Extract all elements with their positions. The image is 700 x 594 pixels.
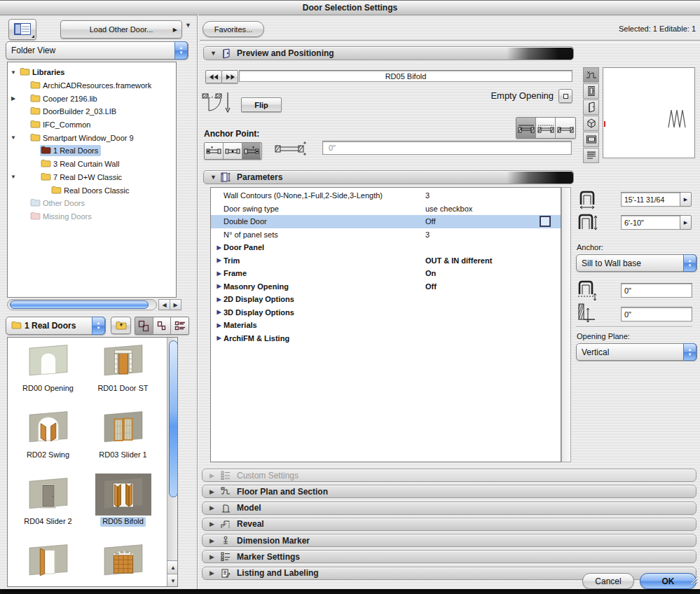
wall-position-option-2[interactable]	[536, 118, 556, 138]
thumbnail-vertical-scrollbar[interactable]	[167, 338, 178, 586]
details-view-button[interactable]	[171, 317, 188, 334]
disclosure-triangle[interactable]: ▶	[211, 309, 224, 315]
scroll-down-button[interactable]: ▼	[167, 574, 178, 587]
thumbnail-item[interactable]: RD00 Opening	[14, 340, 82, 407]
picture-view-icon[interactable]	[583, 132, 599, 147]
plan-view-icon[interactable]	[583, 67, 599, 83]
resize-grip[interactable]	[689, 575, 699, 588]
favorites-button[interactable]: Favorites...	[203, 21, 264, 37]
elevation-view-icon[interactable]	[583, 83, 599, 99]
sill-height-field[interactable]: 0"	[621, 283, 692, 298]
thumbnail-item[interactable]: RD03 Slider 1	[89, 407, 157, 474]
anchor-offset-field[interactable]: 0"	[322, 141, 572, 155]
side-view-icon[interactable]	[583, 99, 599, 115]
next-door-button[interactable]	[221, 70, 238, 83]
wall-position-option-3[interactable]	[556, 118, 575, 138]
parameter-row[interactable]: ▶ Masonry Opening Off	[211, 280, 561, 293]
disclosure-triangle[interactable]: ▶	[211, 296, 224, 303]
scroll-up-button[interactable]: ▲	[167, 560, 178, 574]
disclosure-triangle[interactable]: ▶	[210, 537, 219, 544]
door-height-field[interactable]: 6'-10"	[621, 215, 684, 230]
tree-item[interactable]: ▼ Smartpart Window_Door 9	[8, 131, 176, 144]
tree-item[interactable]: ▶ Cooper 2196.lib	[8, 92, 176, 105]
disclosure-triangle[interactable]: ▼	[210, 50, 220, 57]
empty-opening-toggle[interactable]	[558, 89, 572, 103]
list-view-icon[interactable]	[583, 148, 599, 163]
disclosure-triangle[interactable]: ▶	[211, 244, 224, 251]
section-header[interactable]: ▶ Marker Settings	[202, 550, 696, 563]
parameter-checkbox[interactable]	[540, 216, 551, 227]
disclosure-triangle[interactable]: ▶	[211, 283, 224, 289]
parameter-row[interactable]: Double Door Off	[211, 215, 561, 228]
parameter-row[interactable]: Wall Contours (0-None,1-Full,2-Side,3-Le…	[211, 189, 561, 202]
tree-item[interactable]: IFC_Common	[8, 118, 176, 132]
thumbnail-item[interactable]: RD01 Door ST	[89, 340, 157, 407]
disclosure-triangle[interactable]: ▼	[8, 69, 19, 76]
disclosure-triangle[interactable]: ▼	[210, 174, 220, 181]
disclosure-triangle[interactable]: ▶	[210, 488, 219, 495]
flip-button[interactable]: Flip	[241, 97, 282, 112]
scroll-right-button[interactable]: ▶	[170, 299, 181, 310]
section-header-preview[interactable]: ▼ Preview and Positioning	[203, 46, 574, 60]
current-folder-select[interactable]: 1 Real Doors ▲▼	[6, 317, 106, 335]
disclosure-triangle[interactable]: ▼	[8, 174, 19, 180]
anchor-left-option[interactable]	[205, 143, 224, 159]
door-width-field[interactable]: 15'-11 31/64	[621, 192, 684, 207]
section-header[interactable]: ▶ Custom Settings	[202, 469, 696, 482]
scrollbar-thumb[interactable]	[10, 301, 149, 309]
disclosure-triangle[interactable]: ▶	[210, 553, 219, 560]
tree-item[interactable]: ArchiCADResources.framework	[8, 79, 176, 92]
previous-door-button[interactable]	[205, 70, 222, 83]
tree-item[interactable]: ▼ Libraries	[8, 66, 176, 79]
thumbnail-item[interactable]	[14, 540, 82, 587]
scroll-left-button[interactable]: ◀	[158, 299, 170, 310]
parameter-row[interactable]: ▶ Door Panel	[211, 241, 561, 254]
small-icons-view-button[interactable]	[153, 317, 172, 334]
load-other-door-button[interactable]: Load Other Door... ▶	[60, 20, 182, 39]
height-flyout-button[interactable]: ▶	[680, 215, 692, 230]
disclosure-triangle[interactable]: ▶	[211, 335, 224, 341]
tree-item[interactable]: 3 Real Curtain Wall	[8, 158, 176, 171]
scrollbar-thumb[interactable]	[169, 340, 178, 497]
disclosure-triangle[interactable]: ▶	[210, 472, 219, 479]
panel-collapse-icon[interactable]: ▼	[185, 22, 191, 29]
disclosure-triangle[interactable]: ▶	[211, 322, 224, 329]
anchor-center-option[interactable]	[224, 143, 242, 159]
tree-item[interactable]: Missing Doors	[8, 210, 176, 223]
thumbnail-item[interactable]	[89, 540, 157, 587]
thumbnail-item[interactable]: RD05 Bifold	[89, 474, 157, 540]
parameter-row[interactable]: N° of panel sets 3	[211, 228, 561, 242]
parameter-row[interactable]: ▶ 2D Display Options	[211, 293, 561, 306]
anchor-select[interactable]: Sill to Wall base ▲▼	[576, 254, 697, 272]
disclosure-triangle[interactable]: ▶	[211, 270, 224, 277]
parameter-row[interactable]: ▶ Frame On	[211, 267, 561, 280]
panel-layout-button[interactable]	[8, 19, 36, 40]
width-flyout-button[interactable]: ▶	[680, 192, 692, 207]
parameter-row[interactable]: ▶ ArchiFM & Listing	[211, 332, 561, 345]
anchor-right-option[interactable]	[242, 143, 261, 159]
wall-base-offset-field[interactable]: 0"	[621, 307, 692, 322]
tree-item[interactable]: 1 Real Doors	[8, 144, 176, 158]
section-header[interactable]: ▶ Model	[202, 502, 696, 515]
opening-plane-select[interactable]: Vertical ▲▼	[576, 343, 697, 361]
parameter-table-scrollbar[interactable]	[561, 187, 571, 462]
thumbnail-item[interactable]: RD02 Swing	[14, 407, 82, 474]
cancel-button[interactable]: Cancel	[582, 573, 634, 589]
title-bar[interactable]: Door Selection Settings	[0, 0, 700, 15]
section-header[interactable]: ▶ Dimension Marker	[202, 534, 696, 547]
section-header-parameters[interactable]: ▼ Parameters	[203, 170, 574, 184]
parameter-row[interactable]: ▶ Materials	[211, 319, 561, 332]
tree-item[interactable]: ▼ 7 Real D+W Classic	[8, 171, 176, 184]
wall-position-option-1[interactable]	[516, 118, 536, 138]
tree-item[interactable]: Other Doors	[8, 197, 176, 210]
tree-item[interactable]: Real Doors Classic	[8, 184, 176, 197]
tree-horizontal-scrollbar[interactable]	[7, 299, 157, 310]
axonometry-view-icon[interactable]	[583, 116, 599, 131]
ok-button[interactable]: OK	[640, 573, 696, 589]
disclosure-triangle[interactable]: ▶	[8, 95, 19, 102]
section-header[interactable]: ▶ Reveal	[202, 518, 696, 531]
large-icons-view-button[interactable]	[135, 317, 153, 334]
door-name-field[interactable]: RD05 Bifold	[239, 70, 572, 82]
disclosure-triangle[interactable]: ▶	[210, 520, 219, 527]
library-view-mode-select[interactable]: Folder View ▲▼	[6, 41, 188, 60]
